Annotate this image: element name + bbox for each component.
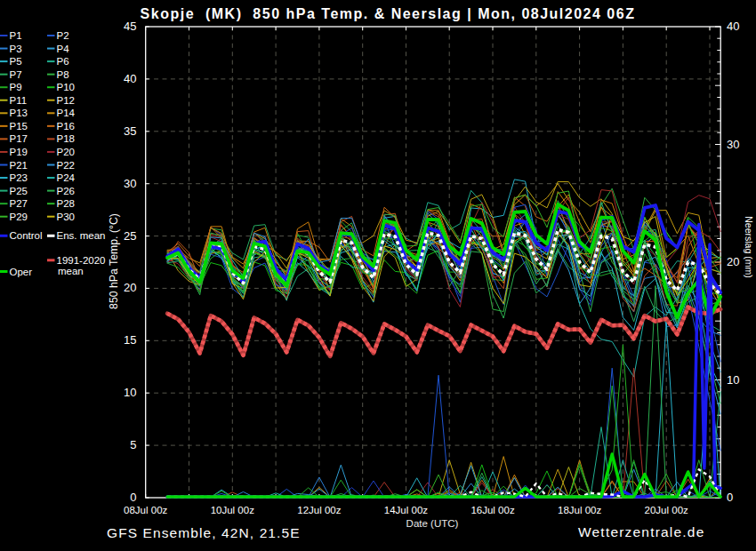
svg-text:P24: P24 — [57, 172, 76, 183]
svg-text:Date (UTC): Date (UTC) — [406, 518, 459, 529]
svg-text:P2: P2 — [57, 30, 69, 41]
svg-text:P20: P20 — [57, 147, 75, 157]
svg-text:P12: P12 — [57, 95, 75, 106]
svg-text:P10: P10 — [57, 82, 75, 92]
svg-text:45: 45 — [124, 20, 136, 33]
svg-text:Neerslag (mm): Neerslag (mm) — [744, 216, 754, 277]
svg-text:15: 15 — [124, 333, 136, 347]
svg-text:Skopje (MK) 850 hPa Temp. &: Skopje (MK) 850 hPa Temp. & Neerslag | M… — [141, 6, 636, 21]
svg-text:30: 30 — [124, 177, 136, 190]
svg-text:P16: P16 — [57, 121, 75, 132]
svg-text:40: 40 — [727, 20, 739, 33]
svg-text:P19: P19 — [10, 147, 28, 157]
svg-text:18Jul 00z: 18Jul 00z — [558, 505, 601, 515]
svg-text:P6: P6 — [57, 56, 69, 67]
svg-text:P3: P3 — [10, 44, 22, 54]
svg-text:Wetterzentrale.de: Wetterzentrale.de — [578, 524, 704, 539]
svg-text:GFS Ensemble, 42N, 21.5E: GFS Ensemble, 42N, 21.5E — [107, 525, 301, 540]
svg-text:P22: P22 — [57, 160, 75, 171]
svg-text:P28: P28 — [57, 198, 75, 209]
svg-text:10Jul 00z: 10Jul 00z — [211, 505, 254, 515]
svg-text:1991-2020: 1991-2020 — [57, 255, 106, 266]
svg-text:08Jul 00z: 08Jul 00z — [124, 505, 167, 515]
svg-text:20Jul 00z: 20Jul 00z — [645, 505, 688, 515]
svg-text:10: 10 — [727, 373, 739, 387]
svg-text:P15: P15 — [10, 121, 28, 132]
svg-text:30: 30 — [727, 138, 739, 151]
svg-text:P1: P1 — [10, 30, 22, 41]
svg-text:35: 35 — [124, 124, 136, 138]
svg-text:850 hPa Temp. (°C): 850 hPa Temp. (°C) — [108, 213, 120, 309]
svg-text:P30: P30 — [57, 212, 75, 222]
svg-text:5: 5 — [130, 438, 136, 451]
svg-text:16Jul 00z: 16Jul 00z — [470, 505, 514, 515]
svg-text:P4: P4 — [57, 44, 70, 54]
svg-text:20: 20 — [124, 281, 136, 294]
svg-text:Ens. mean: Ens. mean — [57, 230, 106, 241]
svg-text:P18: P18 — [57, 133, 75, 144]
svg-text:P17: P17 — [10, 133, 28, 144]
svg-text:12Jul 00z: 12Jul 00z — [297, 505, 341, 515]
svg-text:40: 40 — [124, 72, 136, 85]
svg-text:P11: P11 — [10, 95, 28, 106]
svg-text:25: 25 — [124, 229, 136, 243]
svg-text:Oper: Oper — [10, 267, 33, 277]
svg-text:P8: P8 — [57, 69, 69, 80]
svg-text:P9: P9 — [10, 82, 22, 92]
svg-text:P5: P5 — [10, 56, 22, 67]
svg-text:P27: P27 — [10, 198, 28, 209]
svg-text:0: 0 — [727, 491, 733, 504]
svg-text:P13: P13 — [10, 108, 28, 118]
svg-text:P7: P7 — [10, 69, 22, 80]
svg-text:P21: P21 — [10, 160, 28, 171]
svg-text:10: 10 — [124, 386, 136, 399]
svg-text:0: 0 — [130, 491, 136, 504]
svg-text:P26: P26 — [57, 186, 75, 196]
svg-text:P14: P14 — [57, 108, 76, 118]
svg-text:20: 20 — [727, 255, 739, 268]
svg-text:P23: P23 — [10, 172, 28, 183]
svg-text:P29: P29 — [10, 212, 28, 222]
svg-text:mean: mean — [58, 266, 84, 276]
svg-text:Control: Control — [10, 230, 43, 241]
svg-text:P25: P25 — [10, 186, 28, 196]
svg-text:14Jul 00z: 14Jul 00z — [384, 505, 428, 515]
